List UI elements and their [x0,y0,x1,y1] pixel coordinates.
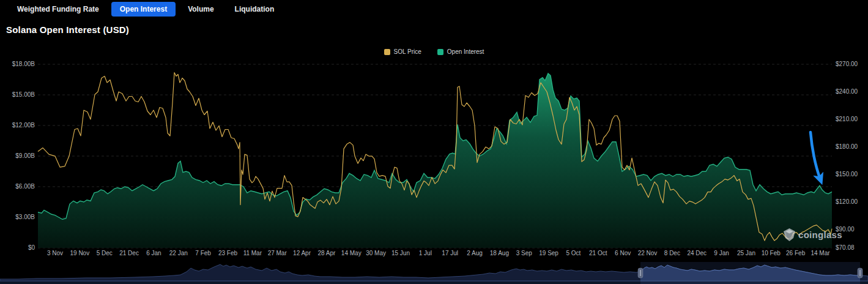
right-axis-tick: $240.00 [836,88,858,95]
left-axis-tick: $6.00B [0,183,35,190]
app-root: Weighted Funding RateOpen InterestVolume… [0,0,868,284]
left-axis-tick: $18.00B [0,61,35,68]
right-axis-tick: $180.00 [836,143,858,151]
navigator-handle-left[interactable] [638,268,643,278]
left-axis-tick: $0 [0,244,35,252]
right-axis-tick: $70.08 [836,244,855,252]
right-axis-tick: $150.00 [836,171,858,178]
right-axis-tick: $120.00 [836,198,858,206]
navigator-handle-right[interactable] [858,268,862,278]
left-axis-tick: $15.00B [0,91,35,99]
right-axis-tick: $210.00 [836,116,858,123]
right-axis-tick: $270.00 [836,61,858,68]
left-axis-tick: $3.00B [0,214,35,221]
left-axis-tick: $9.00B [0,152,35,160]
x-axis-tick: 14 Mar [803,250,837,257]
right-axis-tick: $90.00 [836,226,855,233]
chart-canvas[interactable] [0,0,868,284]
left-axis-tick: $12.00B [0,122,35,129]
open-interest-area [38,73,832,248]
